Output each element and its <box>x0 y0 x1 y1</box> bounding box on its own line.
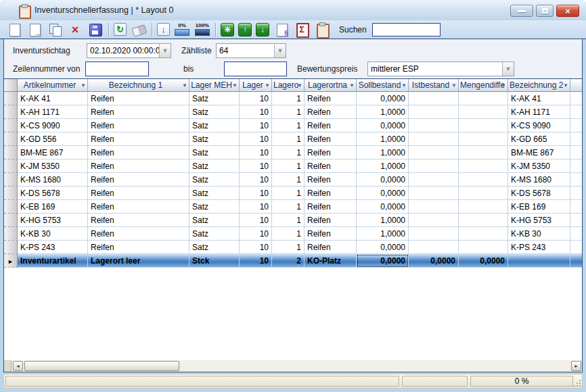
cell-bezeichnung1[interactable]: Lagerort leer <box>88 254 189 268</box>
copy-icon[interactable] <box>47 22 63 38</box>
cell-mengendiffe[interactable] <box>459 241 508 254</box>
column-header-lagero[interactable]: Lagero▼ <box>272 79 305 92</box>
cell-lagero[interactable]: 1 <box>272 92 305 105</box>
cell-lager[interactable]: 10 <box>240 200 272 214</box>
cell-lagerortna[interactable]: Reifen <box>305 187 357 200</box>
scrollbar-thumb[interactable] <box>24 361 179 371</box>
cell-lagero[interactable]: 2 <box>272 254 305 268</box>
cell-istbestand[interactable] <box>409 160 459 173</box>
cell-bezeichnung2[interactable]: K-MS 1680 <box>508 173 570 187</box>
cell-lager-meh[interactable]: Satz <box>189 227 240 241</box>
row-selector[interactable] <box>4 132 18 146</box>
row-selector[interactable] <box>4 92 18 105</box>
sort-arrow-icon[interactable]: ▼ <box>451 82 457 89</box>
row-selector[interactable] <box>4 241 18 254</box>
cell-lagerortna[interactable]: Reifen <box>305 200 357 214</box>
cell-istbestand[interactable] <box>409 241 459 254</box>
cell-mengendiffe[interactable] <box>459 227 508 241</box>
sort-arrow-icon[interactable]: ▼ <box>182 82 187 89</box>
cell-istbestand[interactable] <box>409 92 459 105</box>
cell-lager[interactable]: 10 <box>240 214 272 227</box>
cell-lagero[interactable]: 1 <box>272 187 305 200</box>
zero-percent-icon[interactable]: 0% <box>174 22 190 38</box>
column-header-lager[interactable]: Lager▼ <box>240 79 272 92</box>
open-document-icon[interactable]: → <box>26 22 43 38</box>
cell-sollbestand[interactable]: 0,0000 <box>357 187 409 200</box>
cell-artikelnummer[interactable]: K-EB 169 <box>18 200 88 214</box>
cell-mengendiffe[interactable]: 0,0000 <box>459 254 508 268</box>
row-selector[interactable] <box>4 105 18 119</box>
cell-mengendiffe[interactable] <box>459 132 508 146</box>
column-header-mengendiffe[interactable]: Mengendiffe▼ <box>459 79 508 92</box>
cell-lager-meh[interactable]: Satz <box>189 173 240 187</box>
refresh-icon[interactable]: ↻ <box>114 23 127 36</box>
cell-artikelnummer[interactable]: K-MS 1680 <box>18 173 88 187</box>
column-header-bezeichnung1[interactable]: Bezeichnung 1▼ <box>88 79 189 92</box>
cell-lager-meh[interactable]: Stck <box>189 254 240 268</box>
cell-lagerortna[interactable]: Reifen <box>305 119 357 132</box>
delete-icon[interactable]: × <box>67 22 83 38</box>
inventurstichtag-combobox[interactable]: 02.10.2020 00:00:00 ▼ <box>87 43 171 58</box>
cell-bezeichnung2[interactable]: K-GD 665 <box>508 132 570 146</box>
cell-lager-meh[interactable]: Satz <box>189 200 240 214</box>
cell-istbestand[interactable] <box>409 200 459 214</box>
cell-lagerortna[interactable]: Reifen <box>305 214 357 227</box>
column-header-bezeichnung2[interactable]: Bezeichnung 2▼ <box>508 79 570 92</box>
cell-artikelnummer[interactable]: K-GD 556 <box>18 132 88 146</box>
cell-lagero[interactable]: 1 <box>272 241 305 254</box>
cell-bezeichnung1[interactable]: Reifen <box>88 227 189 241</box>
cell-artikelnummer[interactable]: K-HG 5753 <box>18 214 88 227</box>
cell-istbestand[interactable] <box>409 105 459 119</box>
cell-artikelnummer[interactable]: K-KB 30 <box>18 227 88 241</box>
cell-istbestand[interactable] <box>409 214 459 227</box>
recalculate-icon[interactable]: ✳ <box>221 23 234 36</box>
cell-lager-meh[interactable]: Satz <box>189 146 240 160</box>
clipboard-icon[interactable] <box>314 22 330 38</box>
column-header-lager-meh[interactable]: Lager MEH▼ <box>189 79 240 92</box>
sort-arrow-icon[interactable]: ▼ <box>501 82 506 89</box>
cell-bezeichnung1[interactable]: Reifen <box>88 105 189 119</box>
cell-bezeichnung2[interactable]: K-EB 169 <box>508 200 570 214</box>
cell-lager[interactable]: 10 <box>240 241 272 254</box>
cell-sollbestand[interactable]: 1,0000 <box>357 227 409 241</box>
sort-arrow-icon[interactable]: ▼ <box>349 82 355 89</box>
zaehlliste-combobox[interactable]: 64 ▼ <box>216 43 286 58</box>
cell-mengendiffe[interactable] <box>459 146 508 160</box>
cell-bezeichnung2[interactable]: K-AK 41 <box>508 92 570 105</box>
cell-bezeichnung2[interactable]: K-JM 5350 <box>508 160 570 173</box>
cell-istbestand[interactable] <box>409 146 459 160</box>
row-selector[interactable] <box>4 119 18 132</box>
cell-lagerortna[interactable]: Reifen <box>305 105 357 119</box>
import-down-icon[interactable]: ↓ <box>157 23 170 36</box>
horizontal-scrollbar[interactable]: ◄ ► <box>4 360 582 372</box>
cell-sollbestand[interactable]: 0,0000 <box>357 254 409 268</box>
move-down-icon[interactable]: ↓ <box>256 23 269 36</box>
cell-lagero[interactable]: 1 <box>272 146 305 160</box>
cell-sollbestand[interactable]: 1,0000 <box>357 214 409 227</box>
cell-lager[interactable]: 10 <box>240 146 272 160</box>
cell-artikelnummer[interactable]: BM-ME 867 <box>18 146 88 160</box>
cell-lager[interactable]: 10 <box>240 105 272 119</box>
cell-artikelnummer[interactable]: Inventurartikel <box>18 254 88 268</box>
cell-istbestand[interactable] <box>409 227 459 241</box>
column-header-sollbestand[interactable]: Sollbestand▼ <box>357 79 409 92</box>
cell-mengendiffe[interactable] <box>459 92 508 105</box>
cell-lager[interactable]: 10 <box>240 254 272 268</box>
bewertungspreis-dropdown-button[interactable]: ▼ <box>502 62 514 76</box>
cell-lager-meh[interactable]: Satz <box>189 187 240 200</box>
cell-sollbestand[interactable]: 0,0000 <box>357 200 409 214</box>
cell-artikelnummer[interactable]: K-CS 9090 <box>18 119 88 132</box>
move-up-icon[interactable]: ↑ <box>238 23 252 36</box>
cell-lager-meh[interactable]: Satz <box>189 92 240 105</box>
sum-document-icon[interactable]: Σ <box>294 22 310 38</box>
cell-mengendiffe[interactable] <box>459 173 508 187</box>
cell-sollbestand[interactable]: 0,0000 <box>357 92 409 105</box>
sort-arrow-icon[interactable]: ▼ <box>401 82 407 89</box>
sort-arrow-icon[interactable]: ▼ <box>563 82 568 89</box>
cell-lager-meh[interactable]: Satz <box>189 241 240 254</box>
cell-lager[interactable]: 10 <box>240 187 272 200</box>
cell-bezeichnung1[interactable]: Reifen <box>88 200 189 214</box>
cell-lager[interactable]: 10 <box>240 160 272 173</box>
cell-lager[interactable]: 10 <box>240 173 272 187</box>
column-header-lagerortna[interactable]: Lagerortna▼ <box>305 79 357 92</box>
